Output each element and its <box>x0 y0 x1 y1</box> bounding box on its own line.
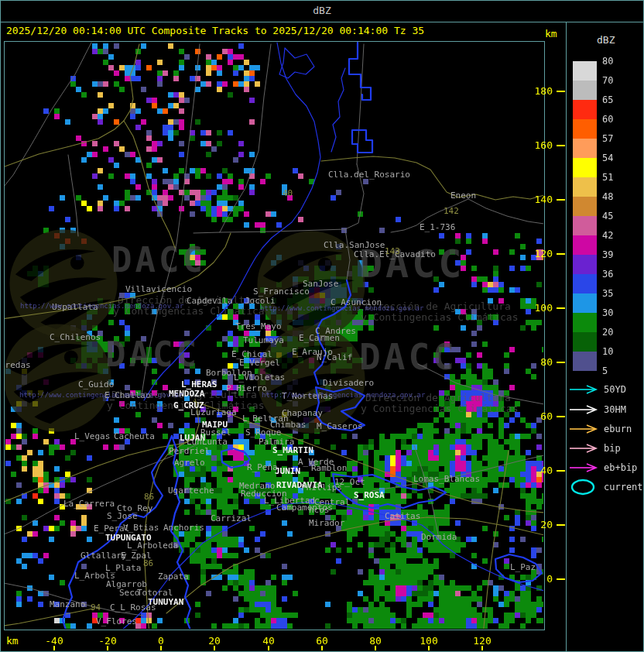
colorbar-segment <box>573 313 597 332</box>
place-label: L_Paz <box>510 563 536 571</box>
place-label: L_Violetas <box>234 373 285 382</box>
place-label: JUNIN <box>275 467 300 475</box>
colorbar-value-label: 70 <box>602 75 613 86</box>
bottom-axis-label: -20 <box>91 635 125 647</box>
colorbar-segment <box>573 61 597 81</box>
place-label: Mirador <box>309 519 344 527</box>
place-label: N_Calif <box>317 353 352 362</box>
right-axis-label: 0 <box>517 573 553 585</box>
bottom-axis-label: 0 <box>144 635 178 647</box>
place-label: M_Caseros <box>317 422 363 431</box>
bottom-axis-label: 40 <box>252 635 286 647</box>
colorbar-segment <box>573 293 597 313</box>
place-label: E_Vergel <box>239 359 280 367</box>
place-label: Gltallary <box>80 551 127 560</box>
place-label: LunLunta <box>187 438 228 446</box>
right-axis-tick <box>557 524 565 526</box>
colorbar-value-label: 30 <box>602 307 613 318</box>
colorbar-value-label: 35 <box>602 288 613 299</box>
place-label: E_1-736 <box>420 223 455 232</box>
place-label: S_Roque <box>245 428 281 437</box>
right-axis-label: 80 <box>517 356 553 368</box>
route-number-label: 40 <box>283 189 293 197</box>
route-number-label: 86 <box>144 492 154 501</box>
colorbar-value-label: 51 <box>602 172 613 183</box>
place-label: Carrizal <box>211 514 252 523</box>
place-label: Clla.SanJose <box>324 241 385 249</box>
route-number-label: 94 <box>91 603 101 612</box>
place-label: Manzano <box>50 600 85 609</box>
right-axis-label: 180 <box>517 85 553 97</box>
place-label: Zapata <box>158 572 189 581</box>
colorbar-value-label: 42 <box>602 230 613 241</box>
right-axis-tick <box>557 362 565 363</box>
place-label: Tulumaya <box>243 336 284 345</box>
route-number-label: 86 <box>143 559 153 568</box>
colorbar-value-label: 45 <box>602 211 613 221</box>
bottom-axis-label: 60 <box>305 635 339 647</box>
colorbar-value-label: 65 <box>602 94 613 105</box>
colorbar-segment <box>573 139 597 158</box>
colorbar-segment <box>573 100 597 119</box>
place-label: S_Francisco <box>253 287 310 296</box>
bottom-axis-label: 20 <box>197 635 231 647</box>
place-label: V_Flores <box>96 617 137 626</box>
colorbar-value-label: 5 <box>602 365 608 376</box>
place-label: L_HERAS <box>181 380 217 389</box>
route-number-label: 142 <box>444 207 459 215</box>
radar-app: DACCDirección de Agriculturay Contingenc… <box>0 0 644 652</box>
bottom-axis-label: 100 <box>412 635 446 647</box>
right-axis-label: 120 <box>517 248 553 259</box>
colorbar-segment <box>573 216 597 235</box>
right-axis-label: 60 <box>517 410 553 422</box>
right-axis-label: 140 <box>517 194 553 205</box>
place-label: Ramblon <box>311 464 347 472</box>
place-label: Tres_Mayo <box>235 322 282 331</box>
place-label: C_Guido <box>78 380 114 389</box>
place-label: E_Carmen <box>299 334 340 342</box>
colorbar-segment <box>573 158 597 177</box>
place-label: V_Btias <box>123 523 159 532</box>
colorbar-segment <box>573 81 597 100</box>
place-label: Agrelo <box>174 458 205 467</box>
colorbar-segment <box>573 352 597 371</box>
colorbar-value-label: 39 <box>602 249 613 260</box>
colorbar-segment <box>573 197 597 216</box>
place-label: Lomas_Blancas <box>413 475 480 483</box>
legend-label: current <box>604 482 643 492</box>
legend-label: eb+bip <box>604 463 637 473</box>
right-axis-tick <box>557 416 565 417</box>
place-label: aredas <box>5 361 31 369</box>
place-label: R_Peña <box>247 463 278 472</box>
place-label: Perdriel <box>169 447 210 455</box>
right-axis-label: 40 <box>517 465 553 476</box>
colorbar-value-label: 54 <box>602 153 613 163</box>
bottom-axis-label: -40 <box>37 635 71 647</box>
place-label: L_Vegas <box>74 432 110 441</box>
url-watermark: http://www.contingencias.mendoza.gov.ar <box>19 392 183 399</box>
place-label: Divisadero <box>323 379 374 387</box>
colorbar-value-label: 57 <box>602 133 613 144</box>
colorbar-segment <box>573 274 597 293</box>
url-watermark: http://www.contingencias.mendoza.gov.ar <box>262 392 425 399</box>
colorbar-segment <box>573 177 597 197</box>
right-axis-tick <box>557 578 565 580</box>
colorbar-value-label: 60 <box>602 114 613 125</box>
colorbar-segment <box>573 119 597 139</box>
url-watermark: http://www.contingencias.mendoza.gov.ar <box>20 303 183 310</box>
place-label: C_Chilenos <box>50 333 101 341</box>
colorbar-segment <box>573 235 597 255</box>
colorbar-value-label: 36 <box>602 269 613 280</box>
place-label: Clla.del_Rosario <box>328 170 410 179</box>
place-label: La_Carrera <box>63 499 115 508</box>
place-label: Luzuriaga <box>190 408 237 417</box>
route-number-label: 143 <box>385 247 400 256</box>
place-label: Villavicencio <box>125 285 192 293</box>
place-label: Phillips <box>301 483 342 492</box>
place-label: S_Jose <box>107 512 138 520</box>
place-label: Eneon <box>450 191 476 200</box>
right-axis-tick <box>557 307 565 309</box>
right-axis-tick <box>557 470 565 472</box>
right-axis-label: 20 <box>517 519 553 530</box>
map-labels-layer: Clla.del_RosarioEneon142E_1-736Clla.SanJ… <box>5 42 543 629</box>
